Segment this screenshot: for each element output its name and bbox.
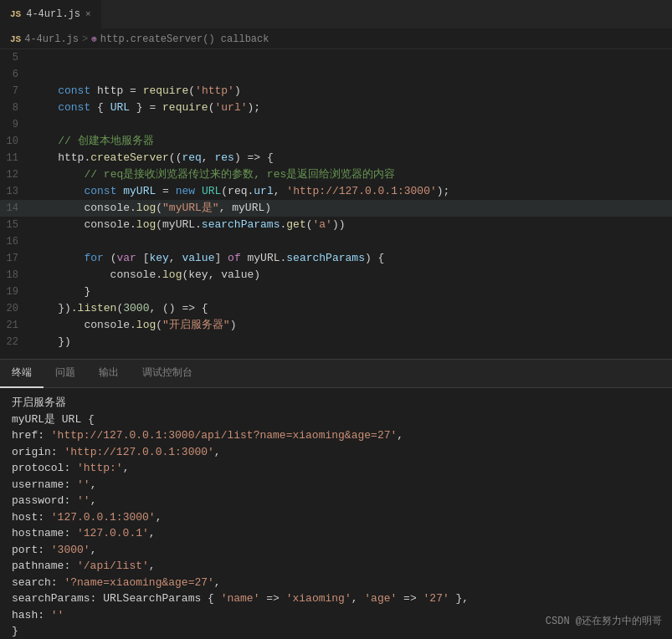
tab-problems[interactable]: 问题: [44, 359, 87, 388]
code-editor: 5 6 7 const http = require('http') 8 con…: [0, 49, 672, 359]
terminal-line-5: protocol: 'http:',: [12, 460, 660, 477]
tab-file[interactable]: JS 4-4url.js ×: [0, 0, 102, 29]
tab-debug[interactable]: 调试控制台: [131, 359, 204, 388]
terminal-line-6: username: '',: [12, 477, 660, 493]
code-line-18: 18 console.log(key, value): [0, 267, 672, 284]
breadcrumb: JS 4-4url.js > ⊕ http.createServer() cal…: [0, 29, 672, 49]
terminal-output: 开启服务器 myURL是 URL { href: 'http://127.0.0…: [0, 388, 672, 639]
terminal-line-7: password: '',: [12, 493, 660, 509]
breadcrumb-func: http.createServer() callback: [100, 33, 269, 45]
code-line-11: 11 http.createServer((req, res) => {: [0, 150, 672, 166]
code-line-12: 12 // req是接收浏览器传过来的参数, res是返回给浏览器的内容: [0, 166, 672, 183]
code-line-22: 22 }): [0, 334, 672, 350]
code-line-13: 13 const myURL = new URL(req.url, 'http:…: [0, 183, 672, 200]
code-line-19: 19 }: [0, 284, 672, 300]
code-line-17: 17 for (var [key, value] of myURL.search…: [0, 250, 672, 267]
terminal-line-8: host: '127.0.0.1:3000',: [12, 509, 660, 526]
tab-bar: JS 4-4url.js ×: [0, 0, 672, 29]
code-line-16: 16: [0, 233, 672, 250]
code-line-9: 9: [0, 116, 672, 133]
code-line-6: 6: [0, 66, 672, 83]
close-icon[interactable]: ×: [85, 9, 91, 19]
breadcrumb-sep: >: [82, 33, 88, 45]
js-icon: JS: [10, 9, 21, 19]
func-icon: ⊕: [91, 33, 97, 44]
terminal-line-4: origin: 'http://127.0.0.1:3000',: [12, 444, 660, 461]
code-line-15: 15 console.log(myURL.searchParams.get('a…: [0, 217, 672, 233]
code-line-7: 7 const http = require('http'): [0, 83, 672, 100]
code-line-8: 8 const { URL } = require('url');: [0, 100, 672, 116]
tab-terminal[interactable]: 终端: [0, 359, 44, 388]
terminal-line-9: hostname: '127.0.0.1',: [12, 525, 660, 542]
watermark: CSDN @还在努力中的明哥: [546, 614, 662, 629]
terminal-line-11: pathname: '/api/list',: [12, 558, 660, 575]
terminal-line-13: searchParams: URLSearchParams { 'name' =…: [12, 590, 660, 607]
breadcrumb-file: 4-4url.js: [24, 33, 79, 45]
code-line-20: 20 }).listen(3000, () => {: [0, 300, 672, 317]
terminal-line-1: 开启服务器: [12, 395, 660, 412]
terminal-line-3: href: 'http://127.0.0.1:3000/api/list?na…: [12, 427, 660, 444]
tab-label: 4-4url.js: [26, 8, 80, 20]
terminal-line-12: search: '?name=xiaoming&age=27',: [12, 575, 660, 591]
code-line-21: 21 console.log("开启服务器"): [0, 317, 672, 334]
code-line-14: 14 console.log("myURL是", myURL): [0, 200, 672, 217]
breadcrumb-js-icon: JS: [10, 34, 21, 44]
code-line-10: 10 // 创建本地服务器: [0, 133, 672, 150]
terminal-line-10: port: '3000',: [12, 542, 660, 559]
code-line-5: 5: [0, 49, 672, 66]
panel-tabs: 终端 问题 输出 调试控制台: [0, 359, 672, 388]
tab-output[interactable]: 输出: [87, 359, 131, 388]
terminal-line-2: myURL是 URL {: [12, 412, 660, 428]
